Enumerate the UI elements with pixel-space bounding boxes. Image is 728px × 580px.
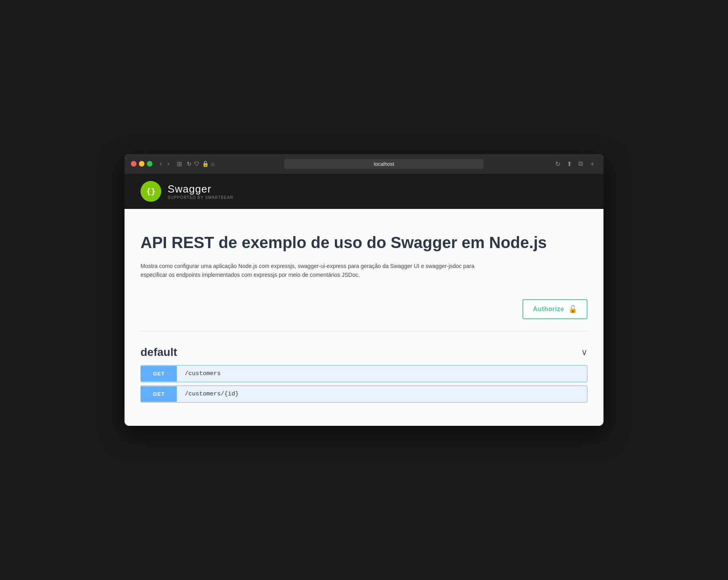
api-info: API REST de exemplo de uso do Swagger em… bbox=[140, 225, 588, 292]
authorize-label: Authorize bbox=[533, 306, 564, 313]
add-tab-button[interactable]: ＋ bbox=[588, 158, 597, 170]
method-badge-get-customers-id: GET bbox=[141, 386, 177, 402]
collapse-icon[interactable]: ∨ bbox=[581, 347, 588, 358]
security-icon: 🔒 bbox=[202, 161, 209, 167]
main-content: API REST de exemplo de uso do Swagger em… bbox=[125, 209, 603, 426]
section-title: default bbox=[140, 346, 177, 359]
swagger-brand: Swagger Supported by SMARTBEAR bbox=[168, 183, 233, 200]
minimize-window-button[interactable] bbox=[139, 161, 144, 167]
url-text: localhost bbox=[289, 161, 479, 167]
endpoint-path-customers-id: /customers/{id} bbox=[177, 386, 247, 402]
maximize-window-button[interactable] bbox=[147, 161, 152, 167]
address-icons: ↻ 🛡 🔒 ⌂ bbox=[187, 161, 214, 167]
endpoint-path-customers: /customers bbox=[177, 365, 229, 382]
back-button[interactable]: ‹ bbox=[157, 159, 164, 169]
home-icon[interactable]: ⌂ bbox=[211, 161, 214, 167]
tab-view-icon[interactable]: ⊞ bbox=[177, 160, 182, 168]
swagger-logo-text: {} bbox=[146, 187, 156, 196]
swagger-header: {} Swagger Supported by SMARTBEAR bbox=[125, 174, 603, 209]
method-badge-get-customers: GET bbox=[141, 366, 177, 381]
endpoints-section: default ∨ GET /customers GET /customers/… bbox=[140, 340, 588, 403]
refresh-icon[interactable]: ↻ bbox=[187, 161, 192, 167]
endpoint-get-customers[interactable]: GET /customers bbox=[140, 365, 588, 382]
swagger-supported-by: Supported by SMARTBEAR bbox=[168, 195, 233, 200]
authorize-button[interactable]: Authorize 🔓 bbox=[522, 299, 588, 319]
new-tab-button[interactable]: ⧉ bbox=[577, 159, 584, 169]
endpoint-get-customers-id[interactable]: GET /customers/{id} bbox=[140, 385, 588, 403]
api-description: Mostra como configurar uma aplicação Nod… bbox=[140, 262, 500, 280]
share-button[interactable]: ⬆ bbox=[565, 159, 574, 169]
toolbar-right: ↻ ⬆ ⧉ ＋ bbox=[554, 158, 597, 170]
api-title: API REST de exemplo de uso do Swagger em… bbox=[140, 233, 588, 252]
authorize-row: Authorize 🔓 bbox=[140, 291, 588, 331]
close-window-button[interactable] bbox=[131, 161, 136, 167]
nav-buttons: ‹ › bbox=[157, 159, 172, 169]
address-bar[interactable]: localhost bbox=[284, 159, 484, 169]
section-divider bbox=[140, 331, 588, 332]
reload-button[interactable]: ↻ bbox=[554, 159, 562, 169]
swagger-logo: {} bbox=[140, 181, 161, 202]
browser-chrome: ‹ › ⊞ ↻ 🛡 🔒 ⌂ localhost ↻ ⬆ ⧉ ＋ bbox=[125, 154, 603, 174]
browser-window: ‹ › ⊞ ↻ 🛡 🔒 ⌂ localhost ↻ ⬆ ⧉ ＋ {} Swagg… bbox=[125, 154, 603, 426]
forward-button[interactable]: › bbox=[165, 159, 172, 169]
lock-icon: 🔓 bbox=[568, 305, 578, 314]
section-header: default ∨ bbox=[140, 340, 588, 365]
shield-icon: 🛡 bbox=[194, 161, 200, 167]
swagger-name: Swagger bbox=[168, 183, 233, 195]
traffic-lights bbox=[131, 161, 152, 167]
